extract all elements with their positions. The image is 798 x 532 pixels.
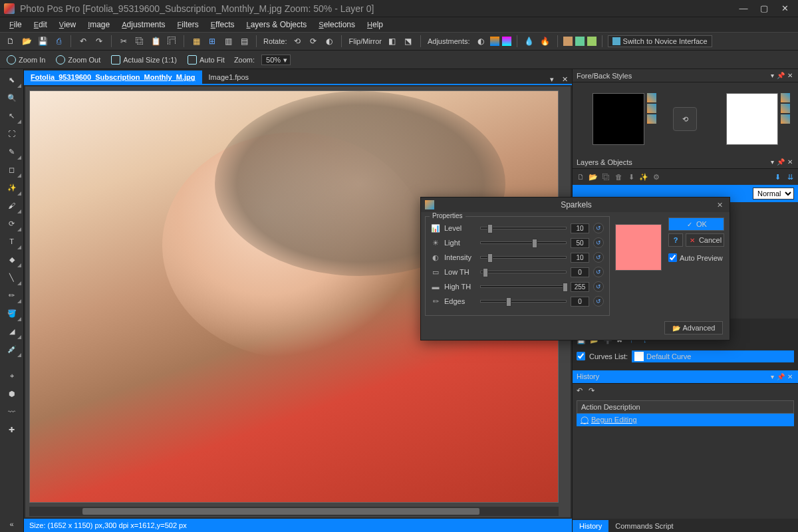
move-tool[interactable]: ⬉ [3,72,21,88]
menu-help[interactable]: Help [362,19,388,31]
prop-slider[interactable] [480,241,567,244]
dialog-close-icon[interactable]: ✕ [714,201,726,209]
layer-fx-icon[interactable]: ✨ [638,172,649,182]
layer-misc-icon[interactable]: ⚙ [651,172,662,182]
frames2-icon[interactable]: ▤ [237,35,251,48]
layer-open-icon[interactable]: 📂 [588,172,598,182]
img-2-icon[interactable] [575,37,585,46]
path-tool[interactable]: ✎ [3,144,21,160]
document-tab[interactable]: Image1.fpos [202,70,256,84]
paste-icon[interactable]: 📋 [149,35,162,48]
menu-effects[interactable]: Effects [205,19,240,31]
prop-slider[interactable] [480,227,567,229]
minimize-button[interactable]: — [734,3,753,13]
auto-fit-button[interactable]: Auto Fit [185,54,227,66]
pointer-tool[interactable]: ↖ [3,108,21,124]
horizontal-scrollbar[interactable] [29,507,559,516]
bg-opt-2[interactable] [781,104,790,113]
menu-view[interactable]: View [54,19,81,31]
stamp-tool[interactable]: ⌖ [3,368,21,384]
layers-close-icon[interactable]: ✕ [786,158,794,166]
bg-opt-1[interactable] [781,93,790,102]
menu-adjustments[interactable]: Adjustments [116,19,170,31]
tabs-menu-icon[interactable]: ▾ [546,75,558,84]
layers-menu-icon[interactable]: ▾ [769,158,775,166]
history-pin-icon[interactable]: 📌 [775,373,786,380]
drop-icon[interactable]: 💧 [523,35,536,48]
prop-value[interactable]: 50 [571,238,589,248]
text-tool[interactable]: T [3,233,21,249]
paste-special-icon[interactable]: ⿸ [165,35,178,48]
curve-field[interactable]: Default Curve [632,350,794,362]
panel-close-icon[interactable]: ✕ [786,72,794,79]
adj-2-icon[interactable] [490,37,499,46]
panel-menu-icon[interactable]: ▾ [769,72,775,79]
layer-merge-icon[interactable]: ⬇ [626,172,636,182]
new-file-icon[interactable]: 🗋 [4,35,17,48]
wand-tool[interactable]: ✨ [3,180,21,196]
help-button[interactable]: ? [668,233,683,247]
pen-tool[interactable]: ✏ [3,287,21,303]
layer-new-icon[interactable]: 🗋 [575,172,586,182]
prop-slider[interactable] [480,285,567,288]
rotate-free-icon[interactable]: ◐ [323,35,336,48]
line-tool[interactable]: ╲ [3,269,21,285]
bottom-tab-commands-script[interactable]: Commands Script [608,520,680,532]
fg-opt-3[interactable] [647,114,656,124]
prop-slider[interactable] [480,300,567,303]
layer-del-icon[interactable]: 🗑 [613,172,624,182]
cut-icon[interactable]: ✂ [117,35,130,48]
adj-1-icon[interactable]: ◐ [474,35,487,48]
prop-reset-icon[interactable]: ↺ [593,223,604,233]
prop-value[interactable]: 255 [571,282,589,292]
heal-tool[interactable]: ✚ [3,422,21,438]
advanced-button[interactable]: 📂Advanced [664,321,723,334]
prop-slider[interactable] [480,256,567,259]
collapse-tools[interactable]: « [3,516,21,532]
history-close-icon[interactable]: ✕ [786,373,794,380]
prop-reset-icon[interactable]: ↺ [593,252,604,263]
frames-icon[interactable]: ▥ [221,35,235,48]
open-file-icon[interactable]: 📂 [20,35,33,48]
gradient-tool[interactable]: ◢ [3,323,21,339]
cancel-button[interactable]: ✕Cancel [686,233,724,247]
tabs-close-icon[interactable]: ✕ [558,75,572,84]
close-button[interactable]: ✕ [775,3,794,13]
curves-list-checkbox[interactable] [577,352,585,360]
novice-button[interactable]: Switch to Novice Interface [608,35,712,47]
save-all-icon[interactable]: ⎙ [52,35,65,48]
undo-icon[interactable]: ↶ [76,35,90,48]
dialog-titlebar[interactable]: Sparkels ✕ [421,198,730,212]
menu-filters[interactable]: Filters [172,19,204,31]
history-menu-icon[interactable]: ▾ [769,373,775,380]
ok-button[interactable]: ✓OK [668,217,724,231]
prop-reset-icon[interactable]: ↺ [593,281,604,292]
bottom-tab-history[interactable]: History [573,520,608,532]
prop-value[interactable]: 10 [571,253,589,263]
eyedropper-tool[interactable]: 💉 [3,341,21,357]
menu-edit[interactable]: Edit [29,19,53,31]
prop-value[interactable]: 10 [571,223,589,233]
prop-value[interactable]: 0 [571,297,589,307]
zoom-in-button[interactable]: Zoom In [4,54,48,66]
adj-3-icon[interactable] [502,37,511,46]
layer-down-icon[interactable]: ⬇ [772,172,783,182]
menu-layers-objects[interactable]: Layers & Objects [241,19,313,31]
history-undo-icon[interactable]: ↶ [577,386,583,394]
redo-icon[interactable]: ↷ [92,35,106,48]
menu-image[interactable]: Image [82,19,115,31]
flame-icon[interactable]: 🔥 [539,35,552,48]
prop-reset-icon[interactable]: ↺ [593,267,604,277]
zoom-tool[interactable]: 🔍 [3,90,21,106]
prop-slider[interactable] [480,271,567,273]
zoom-select[interactable]: 50%▾ [261,55,291,65]
auto-preview-row[interactable]: Auto Preview [668,253,724,262]
flip-h-icon[interactable]: ◧ [386,35,399,48]
clone-tool[interactable]: ⟳ [3,215,21,231]
panel-pin-icon[interactable]: 📌 [775,72,786,79]
menu-selections[interactable]: Selections [313,19,360,31]
copy-icon[interactable]: ⿻ [133,35,146,48]
crop-tool[interactable]: ⛶ [3,126,21,142]
background-swatch[interactable] [726,93,778,145]
save-icon[interactable]: 💾 [36,35,49,48]
